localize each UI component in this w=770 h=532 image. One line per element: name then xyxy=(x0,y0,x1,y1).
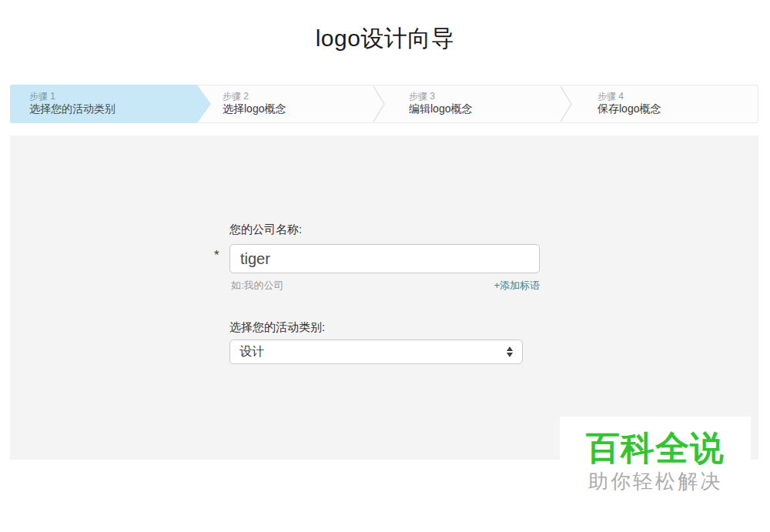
step-label: 保存logo概念 xyxy=(598,102,752,115)
company-name-hint: 如:我的公司 xyxy=(229,279,284,293)
watermark-title: 百科全说 xyxy=(560,430,751,467)
company-name-label: 您的公司名称: xyxy=(229,223,302,237)
step-number: 步骤 3 xyxy=(409,91,563,102)
select-spinner-icon xyxy=(507,346,513,357)
step-label: 选择logo概念 xyxy=(223,102,377,115)
step-number: 步骤 1 xyxy=(29,91,197,102)
company-hint-row: 如:我的公司 +添加标语 xyxy=(229,279,540,293)
category-label: 选择您的活动类别: xyxy=(229,320,325,335)
wizard-content-panel xyxy=(10,136,758,460)
active-step-arrow-icon xyxy=(197,85,211,123)
logo-wizard-page: logo设计向导 步骤 1 选择您的活动类别 步骤 2 选择logo概念 步骤 … xyxy=(0,0,770,532)
step-3[interactable]: 步骤 3 编辑logo概念 xyxy=(409,85,563,122)
step-progress-bar: 步骤 1 选择您的活动类别 步骤 2 选择logo概念 步骤 3 编辑logo概… xyxy=(10,85,758,123)
step-label: 编辑logo概念 xyxy=(409,102,563,115)
step-number: 步骤 2 xyxy=(223,91,377,102)
step-label: 选择您的活动类别 xyxy=(29,102,197,115)
chevron-separator-icon xyxy=(560,85,573,122)
category-select[interactable]: 设计 xyxy=(229,340,523,364)
page-title: logo设计向导 xyxy=(0,23,770,55)
step-1-active[interactable]: 步骤 1 选择您的活动类别 xyxy=(10,85,197,123)
watermark: 百科全说 助你轻松解决 xyxy=(560,417,751,532)
step-number: 步骤 4 xyxy=(598,91,752,102)
add-slogan-link[interactable]: +添加标语 xyxy=(494,279,540,293)
company-name-input[interactable] xyxy=(229,244,540,273)
watermark-subtitle: 助你轻松解决 xyxy=(560,470,751,493)
arrow-down-icon xyxy=(507,353,513,357)
step-2[interactable]: 步骤 2 选择logo概念 xyxy=(223,85,377,122)
step-4[interactable]: 步骤 4 保存logo概念 xyxy=(598,85,752,122)
required-marker: * xyxy=(214,248,219,263)
category-selected-value: 设计 xyxy=(239,344,507,360)
arrow-up-icon xyxy=(507,346,513,351)
chevron-separator-icon xyxy=(373,85,386,122)
